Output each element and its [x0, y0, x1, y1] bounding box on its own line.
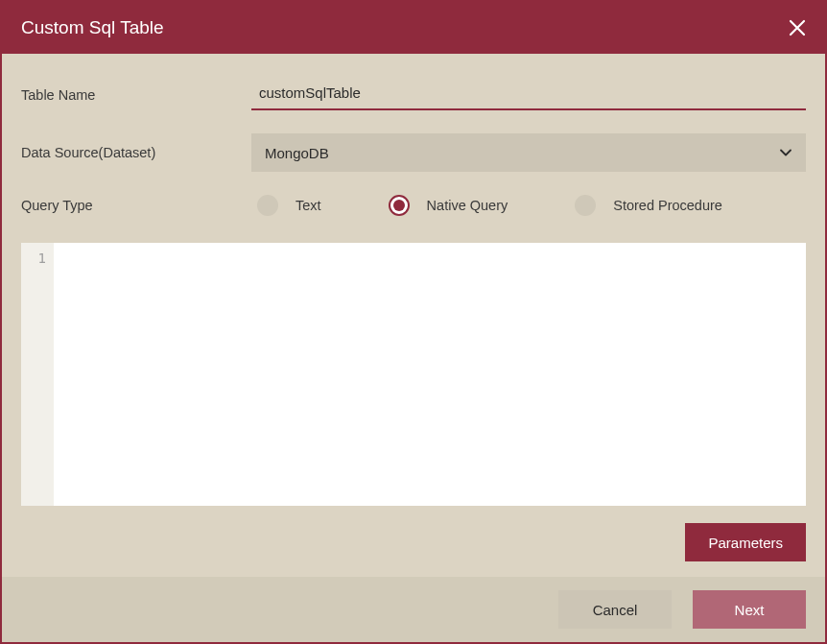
dialog-body: Table Name Data Source(Dataset) MongoDB … [2, 54, 825, 642]
parameters-row: Parameters [21, 523, 806, 577]
data-source-row: Data Source(Dataset) MongoDB [21, 133, 806, 172]
editor-gutter: 1 [21, 243, 54, 506]
radio-icon [389, 195, 410, 216]
radio-icon [257, 195, 278, 216]
close-icon[interactable] [789, 19, 806, 36]
query-type-radio-text[interactable]: Text [257, 195, 321, 216]
titlebar: Custom Sql Table [2, 2, 825, 54]
chevron-down-icon [779, 146, 792, 159]
next-button[interactable]: Next [693, 590, 806, 629]
parameters-button[interactable]: Parameters [685, 523, 806, 561]
table-name-label: Table Name [21, 87, 251, 103]
radio-label-text: Text [295, 198, 321, 213]
query-textarea[interactable] [54, 243, 806, 506]
cancel-button[interactable]: Cancel [558, 590, 672, 629]
data-source-value: MongoDB [265, 145, 779, 161]
line-number: 1 [21, 250, 46, 266]
table-name-row: Table Name [21, 79, 806, 110]
query-editor: 1 [21, 243, 806, 506]
radio-icon [575, 195, 596, 216]
radio-label-native: Native Query [427, 198, 508, 213]
radio-label-stored: Stored Procedure [613, 198, 722, 213]
custom-sql-table-dialog: Custom Sql Table Table Name Data Source(… [0, 0, 827, 644]
dialog-footer: Cancel Next [2, 577, 825, 642]
query-type-radio-stored[interactable]: Stored Procedure [575, 195, 722, 216]
query-type-radio-native[interactable]: Native Query [389, 195, 508, 216]
dialog-title: Custom Sql Table [21, 17, 164, 38]
data-source-label: Data Source(Dataset) [21, 145, 251, 160]
query-type-row: Query Type Text Native Query Stored Proc… [21, 195, 806, 216]
data-source-select[interactable]: MongoDB [251, 133, 806, 172]
query-type-label: Query Type [21, 198, 251, 213]
table-name-input[interactable] [251, 79, 806, 110]
